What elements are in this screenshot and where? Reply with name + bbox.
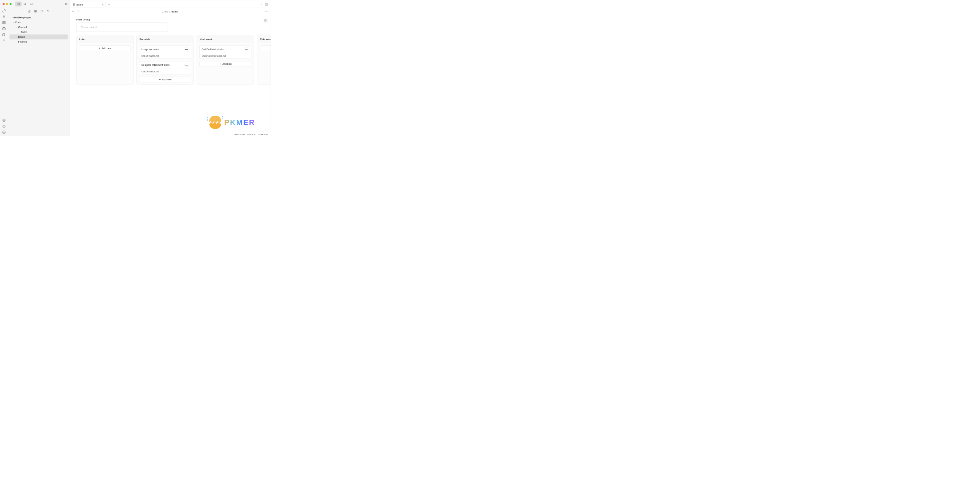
svg-rect-5 xyxy=(3,21,4,22)
file-tree: Chris General Todos Board Finance xyxy=(8,20,69,44)
card-title: Call Dad back #calls xyxy=(202,48,224,51)
svg-point-21 xyxy=(265,20,266,21)
minimize-window-button[interactable] xyxy=(6,3,8,5)
new-note-icon[interactable] xyxy=(28,10,31,13)
daily-note-icon[interactable] xyxy=(2,27,6,30)
tree-folder-chris[interactable]: Chris xyxy=(10,20,68,25)
canvas-icon[interactable] xyxy=(2,21,6,25)
watermark: PKMER xyxy=(209,116,255,129)
tree-file-todos[interactable]: Todos xyxy=(10,30,68,35)
card-menu-icon[interactable]: ••• xyxy=(185,48,189,51)
help-icon[interactable] xyxy=(2,125,6,128)
more-options-icon[interactable] xyxy=(265,10,269,13)
svg-rect-7 xyxy=(3,23,4,24)
chevron-down-icon xyxy=(15,26,18,29)
close-window-button[interactable] xyxy=(3,3,5,5)
templates-icon[interactable] xyxy=(2,33,6,37)
svg-rect-9 xyxy=(3,28,6,30)
files-icon[interactable] xyxy=(15,2,22,6)
tree-folder-general[interactable]: General xyxy=(10,25,68,30)
column-this-week: This week xyxy=(257,35,271,85)
tree-file-finance[interactable]: Finance xyxy=(10,40,68,44)
svg-point-19 xyxy=(266,11,267,11)
nav-forward-icon[interactable] xyxy=(77,10,80,13)
window-controls xyxy=(3,3,12,5)
watermark-text: PKMER xyxy=(224,118,255,127)
tree-file-board[interactable]: Board xyxy=(10,35,68,40)
collapse-icon[interactable] xyxy=(46,10,49,13)
card-menu-icon[interactable]: ••• xyxy=(245,48,249,51)
add-new-button[interactable]: Add new xyxy=(199,61,251,67)
column-later: Later Add new xyxy=(76,35,134,85)
svg-point-15 xyxy=(3,132,5,132)
board-content: Filter by tag: Please select Later Add n… xyxy=(70,15,271,136)
card-menu-icon[interactable]: ••• xyxy=(185,63,189,67)
command-palette-icon[interactable] xyxy=(2,39,6,42)
chevron-down-icon xyxy=(12,21,14,24)
file-explorer: obsidian-plugin Chris General Todos Boar… xyxy=(8,0,69,136)
card[interactable]: Lodge tax return••• Chris/Finance.md xyxy=(139,46,191,59)
filter-label: Filter by tag: xyxy=(70,18,271,23)
svg-point-4 xyxy=(4,17,5,18)
new-folder-icon[interactable] xyxy=(34,10,37,13)
svg-rect-11 xyxy=(3,33,5,36)
card-path: Chris/Finance.md xyxy=(140,69,191,74)
svg-point-20 xyxy=(267,11,268,11)
vault-name: obsidian-plugin xyxy=(8,15,69,20)
card[interactable]: Compare retirement funds••• Chris/Financ… xyxy=(139,61,191,75)
board-settings-icon[interactable] xyxy=(263,18,268,23)
status-bar: 0 backlinks 0 words 1 character xyxy=(232,132,271,136)
breadcrumb-sep: / xyxy=(169,10,170,13)
svg-rect-6 xyxy=(5,21,6,22)
svg-point-3 xyxy=(5,16,5,16)
add-new-button[interactable]: Add new xyxy=(79,46,131,51)
titlebar xyxy=(0,0,271,8)
column-soonish: Soonish Lodge tax return••• Chris/Financ… xyxy=(137,35,194,85)
card-title: Compare retirement funds xyxy=(142,64,170,67)
svg-point-0 xyxy=(24,3,25,5)
card-title: Lodge tax return xyxy=(142,48,159,51)
column-header: Later xyxy=(76,35,133,43)
column-header: Soonish xyxy=(137,35,193,43)
status-words[interactable]: 0 words xyxy=(247,133,255,136)
maximize-window-button[interactable] xyxy=(10,3,12,5)
pkmer-logo-icon xyxy=(209,116,221,129)
breadcrumb-current[interactable]: Board xyxy=(171,10,178,13)
filter-select[interactable]: Please select xyxy=(76,22,168,32)
svg-point-13 xyxy=(3,120,5,121)
svg-point-2 xyxy=(3,16,3,16)
status-chars[interactable]: 1 character xyxy=(258,133,268,136)
bookmark-icon[interactable] xyxy=(29,2,35,6)
card[interactable]: Call Dad back #calls••• Chris/General/To… xyxy=(199,46,251,59)
toggle-left-sidebar-icon[interactable] xyxy=(64,2,70,6)
graph-icon[interactable] xyxy=(2,15,6,19)
explorer-toolbar xyxy=(8,8,69,15)
column-next-week: Next week Call Dad back #calls••• Chris/… xyxy=(197,35,254,85)
add-new-button[interactable] xyxy=(259,46,271,51)
main-pane: Board ✕ Chris / Board xyxy=(70,0,271,136)
ribbon xyxy=(0,0,8,136)
svg-rect-12 xyxy=(3,119,5,121)
column-header: This week xyxy=(257,35,270,43)
settings-icon[interactable] xyxy=(2,131,6,134)
quick-switcher-icon[interactable] xyxy=(2,10,6,13)
column-header: Next week xyxy=(197,35,254,43)
svg-point-18 xyxy=(266,11,266,11)
filter-placeholder: Please select xyxy=(81,26,97,29)
nav-back-icon[interactable] xyxy=(72,10,75,13)
kanban-board: Later Add new Soonish Lodge tax return••… xyxy=(70,32,271,85)
card-path: Chris/Finance.md xyxy=(140,53,191,59)
sort-icon[interactable] xyxy=(40,10,43,13)
nav-row: Chris / Board xyxy=(70,8,271,15)
search-icon[interactable] xyxy=(22,2,29,6)
vault-icon[interactable] xyxy=(2,119,6,122)
svg-rect-8 xyxy=(5,23,6,24)
breadcrumb: Chris / Board xyxy=(162,10,178,13)
breadcrumb-parent[interactable]: Chris xyxy=(162,10,168,13)
status-backlinks[interactable]: 0 backlinks xyxy=(234,133,245,136)
svg-rect-1 xyxy=(66,3,68,5)
card-path: Chris/General/Todos.md xyxy=(200,53,251,59)
add-new-button[interactable]: Add new xyxy=(139,77,191,83)
